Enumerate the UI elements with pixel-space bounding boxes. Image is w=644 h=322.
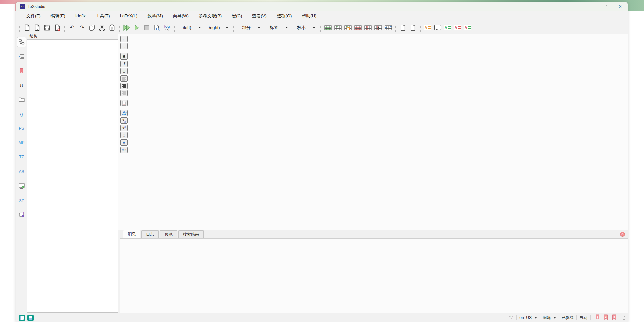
close-button[interactable]: × bbox=[613, 2, 628, 11]
menu-item-wizards[interactable]: 向导(W) bbox=[168, 11, 194, 21]
tab-messages[interactable]: 消息 bbox=[123, 230, 140, 238]
add-comment-button[interactable] bbox=[433, 23, 443, 33]
math-mode-button[interactable]: fx bbox=[120, 110, 128, 116]
align-right-button[interactable] bbox=[120, 90, 128, 96]
save-button[interactable] bbox=[42, 23, 52, 33]
sidebar-item-pstricks[interactable]: PS bbox=[17, 123, 26, 133]
superscript-button[interactable]: x2 bbox=[120, 125, 128, 131]
sidebar-item-open-files[interactable] bbox=[17, 95, 26, 105]
sidebar-item-asymptote[interactable]: AS bbox=[17, 167, 26, 177]
new-file-button[interactable] bbox=[22, 23, 32, 33]
bookmark-2-button[interactable]: 2 bbox=[604, 314, 608, 321]
menu-item-math[interactable]: 数学(M) bbox=[142, 11, 168, 21]
italic-button[interactable]: I bbox=[120, 61, 128, 67]
sidebar-item-beamer[interactable] bbox=[17, 181, 26, 191]
tab-preview[interactable]: 预览 bbox=[160, 230, 177, 238]
chevron-down-icon bbox=[554, 317, 556, 318]
menu-item-help[interactable]: 帮助(H) bbox=[297, 11, 321, 21]
maximize-button[interactable] bbox=[598, 2, 613, 11]
bold-button[interactable]: B bbox=[120, 53, 128, 60]
subscript-button[interactable]: x2 bbox=[120, 117, 128, 124]
math-function-icon: fx bbox=[122, 111, 126, 116]
stop-button[interactable] bbox=[142, 23, 152, 33]
line-ending-selector[interactable]: 自动 bbox=[579, 315, 587, 321]
dfrac-button[interactable]: xy bbox=[120, 139, 128, 146]
sidebar-item-bookmarks[interactable] bbox=[17, 66, 26, 76]
build-and-view-button[interactable] bbox=[122, 23, 132, 33]
align-left-button[interactable] bbox=[120, 75, 128, 82]
left-delimiter-combo[interactable]: \left( bbox=[177, 23, 204, 32]
next-section-button[interactable]: → bbox=[120, 43, 128, 49]
spellcheck-toggle[interactable]: abc✓ bbox=[509, 315, 514, 320]
reformat-selection-button[interactable] bbox=[408, 23, 418, 33]
annotate-todo-button[interactable]: A bbox=[423, 23, 433, 33]
paste-button[interactable] bbox=[107, 23, 117, 33]
sidebar-item-brackets[interactable]: {} bbox=[17, 109, 26, 119]
bookmark-3-button[interactable]: 3 bbox=[612, 314, 616, 321]
copy-button[interactable] bbox=[87, 23, 97, 33]
resize-grip[interactable] bbox=[621, 316, 625, 320]
insert-table-button[interactable] bbox=[323, 23, 333, 33]
menu-item-view[interactable]: 查看(V) bbox=[247, 11, 272, 21]
close-panel-button[interactable]: ✕ bbox=[620, 232, 625, 237]
menu-item-latex[interactable]: LaTeX(L) bbox=[115, 11, 143, 21]
right-delimiter-combo[interactable]: \right) bbox=[204, 23, 231, 32]
menu-item-bibliography[interactable]: 参考文献(B) bbox=[194, 11, 227, 21]
reformat-document-button[interactable] bbox=[398, 23, 408, 33]
sidebar-item-toc[interactable] bbox=[17, 51, 26, 62]
paste-table-column-button[interactable] bbox=[343, 23, 353, 33]
align-table-columns-icon bbox=[385, 25, 392, 30]
menu-item-tools[interactable]: 工具(T) bbox=[91, 11, 115, 21]
previous-section-button[interactable]: ← bbox=[120, 36, 128, 42]
sidebar-item-tikz[interactable]: TZ bbox=[17, 152, 26, 162]
encoding-selector[interactable]: 编码 bbox=[543, 315, 556, 321]
chevron-down-icon bbox=[535, 317, 537, 318]
accept-change-button[interactable]: A bbox=[443, 23, 453, 33]
remove-table-row-button[interactable] bbox=[353, 23, 363, 33]
open-file-button[interactable] bbox=[32, 23, 42, 33]
sidebar-item-structure[interactable] bbox=[17, 37, 26, 47]
close-file-button[interactable] bbox=[52, 23, 62, 33]
menu-item-edit[interactable]: 编辑(E) bbox=[46, 11, 70, 21]
sidebar-item-tikz-editor[interactable] bbox=[17, 210, 26, 220]
align-table-columns-button[interactable] bbox=[383, 23, 393, 33]
toggle-structure-panel-button[interactable] bbox=[19, 315, 25, 321]
menu-item-options[interactable]: 选项(O) bbox=[272, 11, 297, 21]
redo-button[interactable]: ↷ bbox=[77, 23, 87, 33]
insert-newline-button[interactable] bbox=[120, 100, 128, 106]
sidebar-item-metapost[interactable]: MP bbox=[17, 138, 26, 148]
view-button[interactable] bbox=[132, 23, 142, 33]
structure-panel[interactable] bbox=[27, 39, 118, 313]
back-arrow-icon: ← bbox=[122, 36, 126, 42]
output-dock: 消息 日志 预览 搜索结果 ✕ bbox=[120, 230, 628, 313]
frac-button[interactable]: xy bbox=[120, 132, 128, 138]
cut-button[interactable] bbox=[97, 23, 107, 33]
view-log-button[interactable]: log bbox=[162, 23, 172, 33]
cut-table-column-button[interactable] bbox=[373, 23, 383, 33]
reject-change-button[interactable]: A bbox=[453, 23, 463, 33]
undo-button[interactable]: ↶ bbox=[67, 23, 77, 33]
resolve-changes-button[interactable]: A bbox=[463, 23, 473, 33]
underline-icon: U bbox=[122, 69, 125, 74]
bookmark-1-button[interactable]: 1 bbox=[595, 314, 600, 321]
align-center-button[interactable] bbox=[120, 83, 128, 89]
sidebar-item-xypic[interactable]: XY bbox=[17, 195, 26, 205]
tab-log[interactable]: 日志 bbox=[141, 230, 159, 238]
preview-button[interactable] bbox=[152, 23, 162, 33]
sqrt-button[interactable]: √2 bbox=[120, 147, 128, 153]
add-table-row-button[interactable] bbox=[333, 23, 343, 33]
menu-item-file[interactable]: 文件(F) bbox=[21, 11, 46, 21]
minimize-button[interactable]: – bbox=[582, 2, 598, 11]
sidebar-item-math-symbols[interactable]: π bbox=[17, 80, 26, 90]
section-level-combo[interactable]: 部分 bbox=[236, 23, 263, 32]
tab-search-results[interactable]: 搜索结果 bbox=[178, 230, 204, 238]
menu-item-idefix[interactable]: Idefix bbox=[70, 11, 91, 21]
toggle-output-panel-button[interactable] bbox=[27, 315, 34, 321]
remove-table-column-button[interactable] bbox=[363, 23, 373, 33]
menu-item-macros[interactable]: 宏(C) bbox=[227, 11, 247, 21]
label-combo[interactable]: 标签 bbox=[263, 23, 291, 32]
underline-button[interactable]: U bbox=[120, 68, 128, 74]
font-size-combo[interactable]: 极小 bbox=[291, 23, 318, 32]
editor-area[interactable] bbox=[118, 34, 628, 230]
language-selector[interactable]: en_US bbox=[519, 315, 537, 320]
